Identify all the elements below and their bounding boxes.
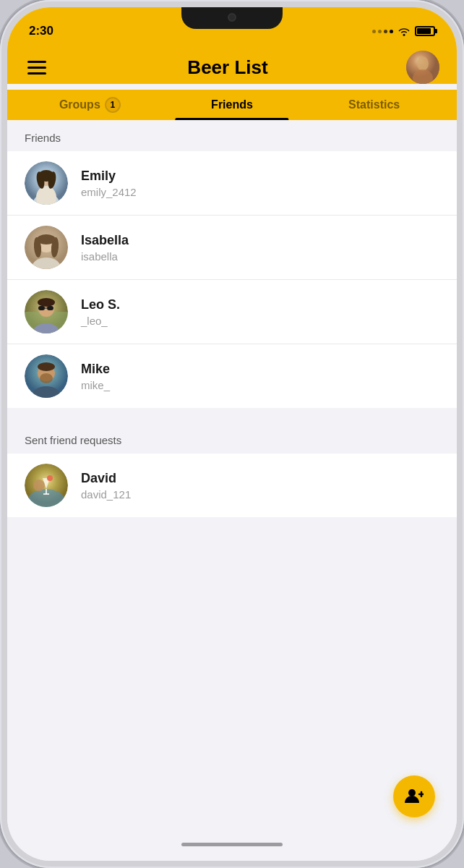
friend-username: _leo_ bbox=[81, 315, 439, 327]
list-item[interactable]: Emily emily_2412 bbox=[7, 151, 457, 216]
sent-request-name: David bbox=[81, 471, 439, 486]
tab-statistics-label: Statistics bbox=[348, 98, 400, 111]
leo-avatar-image bbox=[25, 290, 68, 333]
sent-request-username: david_121 bbox=[81, 488, 439, 501]
list-item[interactable]: David david_121 bbox=[7, 454, 457, 517]
section-gap bbox=[7, 408, 457, 422]
app-title: Beer List bbox=[187, 56, 267, 79]
tab-bar: Groups 1 Friends Statistics bbox=[7, 90, 457, 120]
svg-point-30 bbox=[38, 362, 55, 371]
tab-friends[interactable]: Friends bbox=[161, 90, 304, 120]
svg-point-29 bbox=[40, 373, 53, 383]
front-camera bbox=[228, 13, 236, 22]
tab-friends-label: Friends bbox=[211, 98, 253, 111]
add-person-icon bbox=[405, 787, 424, 806]
add-friend-button[interactable] bbox=[393, 775, 435, 817]
mike-avatar-image bbox=[25, 354, 68, 398]
svg-rect-23 bbox=[47, 306, 53, 310]
svg-point-25 bbox=[38, 298, 55, 307]
david-avatar-image bbox=[25, 464, 68, 507]
wifi-icon bbox=[398, 26, 411, 36]
notch bbox=[181, 7, 283, 29]
home-bar bbox=[181, 843, 283, 846]
user-avatar[interactable] bbox=[406, 51, 439, 84]
bottom-padding bbox=[7, 517, 457, 590]
avatar bbox=[25, 464, 68, 507]
sent-requests-section-header: Sent friend requests bbox=[7, 422, 457, 454]
battery-icon bbox=[415, 26, 435, 36]
tab-statistics[interactable]: Statistics bbox=[303, 90, 445, 120]
tab-groups-label: Groups bbox=[59, 98, 100, 111]
list-item[interactable]: Isabella isabella bbox=[7, 216, 457, 280]
user-avatar-image bbox=[406, 51, 439, 84]
tab-groups[interactable]: Groups 1 bbox=[19, 90, 161, 120]
svg-rect-22 bbox=[38, 306, 45, 310]
svg-point-37 bbox=[33, 480, 45, 491]
friend-info: Isabella isabella bbox=[81, 233, 439, 263]
phone-screen: 2:30 bbox=[7, 7, 457, 861]
list-item[interactable]: Leo S. _leo_ bbox=[7, 280, 457, 344]
avatar bbox=[25, 226, 68, 269]
friend-name: Emily bbox=[81, 169, 439, 184]
battery-fill bbox=[417, 28, 431, 34]
status-icons bbox=[372, 26, 435, 36]
friend-info: Mike mike_ bbox=[81, 362, 439, 391]
sent-request-info: David david_121 bbox=[81, 471, 439, 501]
friend-username: isabella bbox=[81, 250, 439, 263]
friends-section-header: Friends bbox=[7, 120, 457, 151]
svg-point-36 bbox=[47, 475, 53, 481]
status-time: 2:30 bbox=[29, 24, 53, 38]
svg-point-38 bbox=[408, 789, 416, 796]
friend-info: Leo S. _leo_ bbox=[81, 297, 439, 327]
friend-info: Emily emily_2412 bbox=[81, 169, 439, 198]
hamburger-menu-button[interactable] bbox=[25, 58, 49, 77]
phone-frame: 2:30 bbox=[0, 0, 464, 868]
home-indicator bbox=[7, 835, 457, 861]
svg-point-1 bbox=[417, 56, 429, 71]
main-content: Friends bbox=[7, 120, 457, 835]
avatar bbox=[25, 354, 68, 398]
friend-username: mike_ bbox=[81, 379, 439, 391]
avatar bbox=[25, 161, 68, 205]
isabella-avatar-image bbox=[25, 226, 68, 269]
emily-avatar-image bbox=[25, 161, 68, 205]
signal-icon bbox=[372, 30, 393, 33]
tab-groups-badge: 1 bbox=[105, 97, 121, 113]
friend-name: Mike bbox=[81, 362, 439, 377]
friend-username: emily_2412 bbox=[81, 186, 439, 198]
sent-requests-list: David david_121 bbox=[7, 454, 457, 517]
app-header: Beer List bbox=[7, 45, 457, 84]
list-item[interactable]: Mike mike_ bbox=[7, 344, 457, 408]
friends-list: Emily emily_2412 bbox=[7, 151, 457, 408]
friend-name: Leo S. bbox=[81, 297, 439, 312]
friend-name: Isabella bbox=[81, 233, 439, 248]
avatar bbox=[25, 290, 68, 333]
